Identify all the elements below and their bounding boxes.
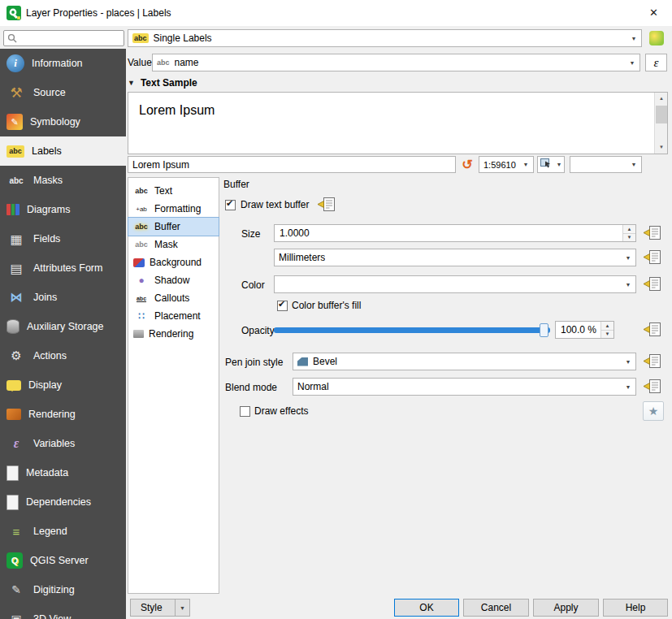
spinner-arrows[interactable]: ▲ ▼ [600, 322, 613, 338]
chevron-down-icon: ▼ [621, 282, 635, 288]
sidebar-item-metadata[interactable]: Metadata [0, 458, 126, 487]
labels-icon: abc [7, 145, 24, 158]
titlebar[interactable]: Layer Properties - places | Labels ✕ [0, 0, 672, 26]
spin-down-icon[interactable]: ▼ [623, 233, 635, 242]
label-mode-dropdown[interactable]: abc Single Labels ▼ [128, 29, 642, 47]
draw-text-buffer-checkbox[interactable] [225, 200, 236, 210]
data-defined-override-button[interactable] [642, 322, 661, 338]
tab-rendering[interactable]: Rendering [128, 325, 219, 343]
string-field-icon: abc [157, 58, 170, 67]
color-buffers-fill-checkbox[interactable] [277, 301, 288, 311]
preview-background-dropdown[interactable]: ▼ [570, 156, 642, 173]
data-defined-override-button[interactable] [642, 353, 661, 370]
tab-callouts[interactable]: abcCallouts [128, 289, 219, 307]
draw-effects-checkbox[interactable] [240, 406, 250, 417]
opacity-slider-handle[interactable] [540, 323, 548, 337]
opacity-slider[interactable] [274, 323, 550, 337]
tab-label: Rendering [149, 328, 193, 340]
tab-buffer[interactable]: abcBuffer [128, 218, 219, 236]
map-scale-capture-dropdown[interactable]: ▼ [537, 156, 565, 173]
sidebar-item-symbology[interactable]: ✎Symbology [0, 107, 126, 136]
sidebar-item-attributes-form[interactable]: ▤Attributes Form [0, 253, 126, 283]
opacity-label: Opacity [241, 325, 275, 336]
ok-button[interactable]: OK [394, 599, 459, 617]
buffer-color-dropdown[interactable]: ▼ [274, 275, 636, 293]
tab-label: Placement [154, 310, 201, 322]
search-input[interactable] [3, 30, 124, 46]
blend-mode-dropdown[interactable]: Normal ▼ [293, 378, 636, 396]
sidebar-item-dependencies[interactable]: Dependencies [0, 487, 126, 517]
size-units-dropdown[interactable]: Millimeters ▼ [274, 249, 636, 266]
help-button[interactable]: Help [603, 599, 668, 617]
tab-background[interactable]: Background [128, 253, 219, 271]
buffer-tab-icon: abc [133, 221, 150, 233]
sidebar-item-legend[interactable]: ≡Legend [0, 517, 126, 546]
sidebar-item-labels[interactable]: abcLabels [0, 136, 126, 166]
sidebar-item-information[interactable]: iInformation [0, 49, 126, 78]
automated-placement-settings-button[interactable] [645, 29, 667, 47]
spin-down-icon[interactable]: ▼ [601, 330, 613, 339]
text-sample-title: Text Sample [141, 77, 197, 89]
cancel-button[interactable]: Cancel [463, 599, 529, 617]
size-label: Size [241, 228, 260, 240]
preview-scale-dropdown[interactable]: 1:59610 ▼ [479, 156, 534, 173]
tab-formatting[interactable]: +abFormatting [128, 200, 219, 218]
apply-button[interactable]: Apply [533, 599, 599, 617]
scroll-up-icon[interactable]: ▲ [655, 93, 668, 105]
reset-sample-icon[interactable]: ↺ [459, 156, 475, 173]
sidebar-item-auxiliary-storage[interactable]: Auxiliary Storage [0, 312, 126, 341]
spin-up-icon[interactable]: ▲ [623, 225, 635, 233]
attributes-form-icon: ▤ [7, 258, 26, 278]
sidebar-item-label: Metadata [26, 467, 68, 478]
sidebar-item-rendering[interactable]: Rendering [0, 400, 126, 429]
pen-join-style-dropdown[interactable]: Bevel ▼ [293, 353, 636, 370]
tab-placement[interactable]: ∷Placement [128, 307, 219, 325]
bevel-join-icon [297, 357, 308, 366]
sidebar-item-fields[interactable]: ▦Fields [0, 224, 126, 253]
background-tab-icon [133, 258, 145, 267]
sidebar-item-source[interactable]: ⚒Source [0, 78, 126, 107]
data-defined-override-button[interactable] [642, 249, 661, 266]
expression-builder-button[interactable]: ε [645, 54, 667, 71]
sidebar-item-masks[interactable]: abcMasks [0, 166, 126, 195]
data-defined-override-button[interactable] [642, 379, 661, 395]
sample-text-input[interactable] [128, 156, 456, 173]
opacity-spinbox[interactable]: 100.0 % ▲ ▼ [555, 321, 614, 339]
data-defined-override-button[interactable] [642, 276, 661, 292]
sidebar-item-variables[interactable]: εVariables [0, 429, 126, 458]
close-button[interactable]: ✕ [635, 0, 672, 26]
sidebar-item-joins[interactable]: ⋈Joins [0, 283, 126, 312]
value-field-dropdown[interactable]: abc name ▼ [152, 54, 640, 71]
3d-view-icon: ▣ [7, 609, 26, 619]
search-icon [7, 33, 17, 43]
tab-text[interactable]: abcText [128, 182, 219, 200]
sidebar-item-actions[interactable]: ⚙Actions [0, 341, 126, 370]
data-defined-override-button[interactable] [642, 225, 661, 241]
sidebar-item-label: Variables [33, 438, 75, 449]
effects-settings-button[interactable]: ★ [643, 401, 664, 421]
buffer-size-spinbox[interactable]: 1.0000 ▲ ▼ [274, 224, 636, 242]
sidebar-item-display[interactable]: Display [0, 370, 126, 400]
tab-mask[interactable]: abcMask [128, 236, 219, 253]
text-sample-preview: Lorem Ipsum ▲ ▼ [128, 92, 668, 154]
sidebar-item-qgis-server[interactable]: QQGIS Server [0, 546, 126, 575]
sidebar-item-diagrams[interactable]: Diagrams [0, 195, 126, 224]
window-title: Layer Properties - places | Labels [26, 0, 171, 26]
spin-up-icon[interactable]: ▲ [601, 322, 613, 330]
pen-join-style-label: Pen join style [225, 357, 283, 368]
preview-scrollbar[interactable]: ▲ ▼ [654, 93, 667, 154]
text-sample-header[interactable]: ▼ Text Sample [128, 76, 197, 89]
draw-text-buffer-label: Draw text buffer [241, 199, 309, 210]
sidebar-item-digitizing[interactable]: ✎Digitizing [0, 575, 126, 604]
chevron-down-icon: ▼ [621, 384, 635, 390]
data-defined-override-button[interactable] [316, 197, 336, 213]
star-icon: ★ [648, 405, 659, 418]
spinner-arrows[interactable]: ▲ ▼ [622, 225, 635, 241]
sidebar-item-label: Display [28, 379, 62, 391]
tab-shadow[interactable]: ●Shadow [128, 271, 219, 289]
sidebar-item-3d-view[interactable]: ▣3D View [0, 604, 126, 619]
style-menu-button[interactable]: Style ▼ [130, 599, 190, 617]
sidebar-search [3, 30, 124, 46]
scrollbar-thumb[interactable] [656, 106, 667, 123]
scroll-down-icon[interactable]: ▼ [655, 141, 668, 154]
